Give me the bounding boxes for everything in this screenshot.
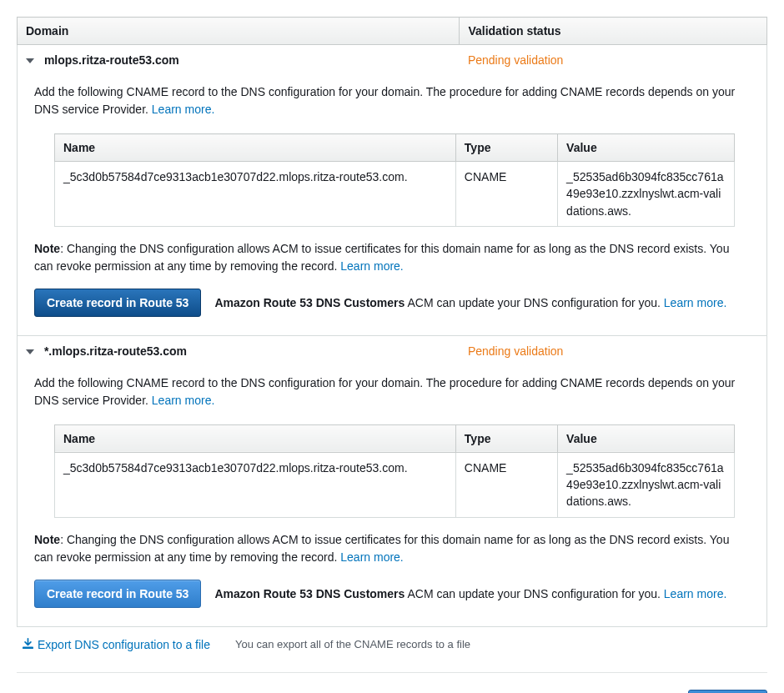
- domain-row: mlops.ritza-route53.com Pending validati…: [18, 45, 767, 76]
- note-text: Note: Changing the DNS configuration all…: [34, 240, 750, 275]
- cname-name: _5c3d0b57584d7ce9313acb1e30707d22.mlops.…: [55, 162, 456, 227]
- instruction-text: Add the following CNAME record to the DN…: [34, 83, 750, 118]
- create-record-button[interactable]: Create record in Route 53: [34, 289, 201, 317]
- col-status: Validation status: [460, 18, 767, 45]
- cname-type: CNAME: [455, 162, 557, 227]
- export-dns-link[interactable]: Export DNS configuration to a file: [22, 637, 210, 652]
- learn-more-link[interactable]: Learn more.: [340, 550, 403, 564]
- domain-name: *.mlops.ritza-route53.com: [44, 344, 187, 358]
- note-text: Note: Changing the DNS configuration all…: [34, 531, 750, 566]
- col-domain: Domain: [18, 18, 460, 45]
- cname-type: CNAME: [455, 452, 557, 517]
- continue-button[interactable]: Continue: [688, 690, 767, 693]
- route53-customers-text: Amazon Route 53 DNS Customers ACM can up…: [214, 587, 726, 600]
- cname-table: Name Type Value _5c3d0b57584d7ce9313acb1…: [54, 424, 735, 518]
- learn-more-link[interactable]: Learn more.: [152, 103, 214, 116]
- cname-col-value: Value: [558, 424, 735, 452]
- domains-table: Domain Validation status mlops.ritza-rou…: [17, 17, 767, 627]
- learn-more-link[interactable]: Learn more.: [152, 394, 214, 407]
- status-badge: Pending validation: [468, 53, 563, 67]
- domain-row: *.mlops.ritza-route53.com Pending valida…: [18, 335, 767, 366]
- route53-customers-text: Amazon Route 53 DNS Customers ACM can up…: [214, 296, 726, 309]
- cname-col-type: Type: [455, 424, 557, 452]
- cname-row: _5c3d0b57584d7ce9313acb1e30707d22.mlops.…: [55, 452, 735, 517]
- cname-col-type: Type: [455, 134, 557, 162]
- divider: [17, 672, 767, 673]
- cname-table: Name Type Value _5c3d0b57584d7ce9313acb1…: [54, 133, 735, 227]
- learn-more-link[interactable]: Learn more.: [664, 296, 726, 309]
- cname-name: _5c3d0b57584d7ce9313acb1e30707d22.mlops.…: [55, 452, 456, 517]
- cname-col-name: Name: [55, 134, 456, 162]
- create-record-button[interactable]: Create record in Route 53: [34, 580, 201, 608]
- cname-row: _5c3d0b57584d7ce9313acb1e30707d22.mlops.…: [55, 162, 735, 227]
- cname-col-value: Value: [558, 134, 735, 162]
- export-desc: You can export all of the CNAME records …: [235, 638, 470, 650]
- caret-down-icon[interactable]: [26, 349, 34, 354]
- download-icon: [22, 637, 34, 652]
- cname-col-name: Name: [55, 424, 456, 452]
- learn-more-link[interactable]: Learn more.: [340, 259, 403, 273]
- cname-value: _52535ad6b3094fc835cc761a49e93e10.zzxlny…: [558, 162, 735, 227]
- instruction-text: Add the following CNAME record to the DN…: [34, 374, 750, 409]
- learn-more-link[interactable]: Learn more.: [664, 587, 726, 600]
- export-row: Export DNS configuration to a file You c…: [17, 627, 767, 667]
- domain-name: mlops.ritza-route53.com: [44, 53, 179, 67]
- caret-down-icon[interactable]: [26, 58, 34, 63]
- cname-value: _52535ad6b3094fc835cc761a49e93e10.zzxlny…: [558, 452, 735, 517]
- status-badge: Pending validation: [468, 344, 563, 358]
